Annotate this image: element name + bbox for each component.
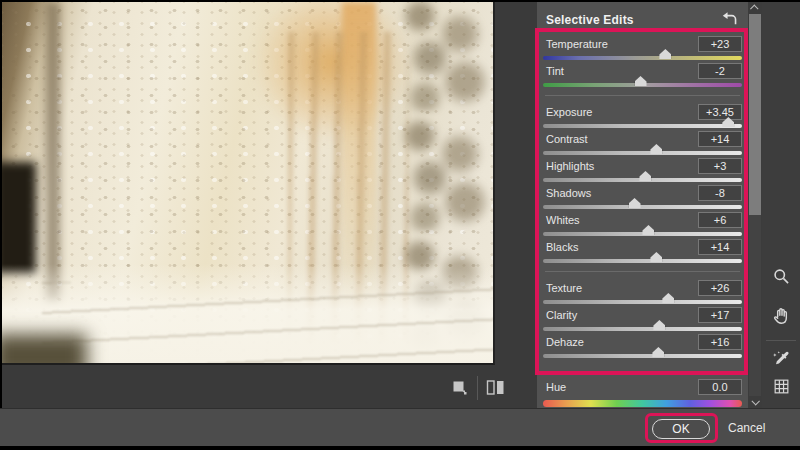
blacks-track[interactable]	[543, 259, 742, 263]
slider-label: Dehaze	[546, 336, 584, 348]
highlights-track[interactable]	[543, 178, 742, 182]
tool-divider	[766, 340, 796, 341]
slider-label: Highlights	[546, 160, 594, 172]
panel-title: Selective Edits	[546, 13, 634, 27]
slider-blacks: Blacks +14	[543, 238, 742, 265]
undo-icon[interactable]	[719, 11, 739, 29]
panel-scrollbar	[748, 2, 762, 408]
before-after-icon[interactable]	[483, 375, 509, 401]
grid-icon[interactable]	[769, 374, 793, 398]
chevron-up-icon[interactable]	[748, 2, 762, 14]
slider-contrast: Contrast +14	[543, 130, 742, 157]
magnifier-icon[interactable]	[769, 264, 793, 288]
clarity-track[interactable]	[543, 327, 742, 331]
preview-region	[2, 2, 537, 408]
slider-value-field[interactable]: +14	[698, 131, 742, 147]
group-divider	[545, 95, 740, 96]
step-lines	[42, 282, 495, 365]
slider-dehaze: Dehaze +16	[543, 333, 742, 360]
slider-value-field[interactable]: +16	[698, 334, 742, 350]
dehaze-track[interactable]	[543, 354, 742, 358]
tool-column	[762, 2, 800, 408]
slider-value-field[interactable]: -8	[698, 185, 742, 201]
hue-track[interactable]	[543, 400, 742, 407]
slider-value-field[interactable]: +6	[698, 212, 742, 228]
spacer	[543, 360, 742, 378]
slider-label: Clarity	[546, 309, 577, 321]
slider-label: Temperature	[546, 38, 608, 50]
slider-value-field[interactable]: -2	[698, 63, 742, 79]
hand-icon[interactable]	[769, 304, 793, 328]
slider-hue: Hue 0.0	[543, 378, 742, 405]
toolbar-divider	[477, 376, 478, 400]
slider-clarity: Clarity +17	[543, 306, 742, 333]
slider-whites: Whites +6	[543, 211, 742, 238]
slider-label: Whites	[546, 214, 580, 226]
preview-toolbar	[2, 367, 537, 408]
camera-raw-dialog: Selective Edits Temperature +23 Tint	[0, 0, 800, 450]
preview-mode-icon[interactable]	[446, 375, 472, 401]
slider-label: Tint	[546, 65, 564, 77]
scrollbar-track[interactable]	[749, 14, 761, 396]
slider-label: Exposure	[546, 106, 592, 118]
group-divider	[545, 271, 740, 272]
shadows-track[interactable]	[543, 205, 742, 209]
dialog-action-bar: OK Cancel	[0, 408, 800, 446]
slider-value-field[interactable]: +26	[698, 280, 742, 296]
ok-button[interactable]: OK	[652, 419, 710, 439]
chevron-down-icon[interactable]	[748, 396, 762, 408]
dark-doorway	[2, 162, 36, 274]
slider-temperature: Temperature +23	[543, 35, 742, 62]
exposure-track[interactable]	[543, 124, 742, 128]
rock-crevice	[46, 2, 60, 302]
bottom-left-shadow	[2, 334, 87, 365]
temperature-track[interactable]	[543, 56, 742, 60]
whites-track[interactable]	[543, 232, 742, 236]
slider-value-field[interactable]: +17	[698, 307, 742, 323]
slider-highlights: Highlights +3	[543, 157, 742, 184]
selective-edits-panel: Selective Edits Temperature +23 Tint	[537, 2, 748, 408]
slider-value-field[interactable]: +23	[698, 36, 742, 52]
contrast-track[interactable]	[543, 151, 742, 155]
image-preview[interactable]	[2, 2, 495, 365]
slider-texture: Texture +26	[543, 279, 742, 306]
slider-value-field[interactable]: +3	[698, 158, 742, 174]
scrollbar-thumb[interactable]	[749, 14, 761, 215]
slider-label: Contrast	[546, 133, 588, 145]
texture-track[interactable]	[543, 300, 742, 304]
slider-tint: Tint -2	[543, 62, 742, 89]
slider-value-field[interactable]: 0.0	[698, 379, 742, 395]
slider-label: Blacks	[546, 241, 578, 253]
eyedropper-icon[interactable]	[769, 348, 793, 372]
slider-label: Hue	[546, 381, 566, 393]
cancel-button[interactable]: Cancel	[728, 421, 765, 435]
tint-track[interactable]	[543, 83, 742, 87]
slider-label: Shadows	[546, 187, 591, 199]
panel-header: Selective Edits	[543, 2, 742, 35]
slider-exposure: Exposure +3.45	[543, 103, 742, 130]
slider-value-field[interactable]: +14	[698, 239, 742, 255]
slider-value-field[interactable]: +3.45	[698, 104, 742, 120]
slider-label: Texture	[546, 282, 582, 294]
slider-list: Temperature +23 Tint -2 Exposure +3.45	[543, 35, 742, 405]
slider-shadows: Shadows -8	[543, 184, 742, 211]
